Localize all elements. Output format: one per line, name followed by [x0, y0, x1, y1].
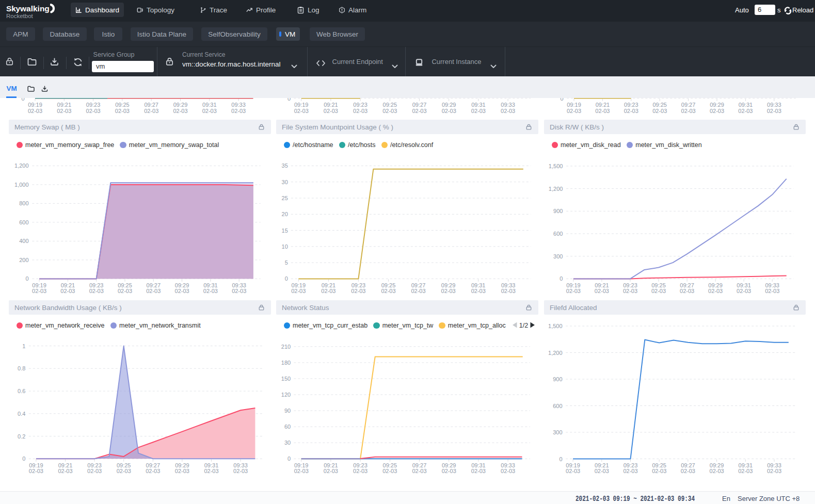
svg-text:09:21: 09:21: [322, 282, 336, 288]
svg-text:09:23: 09:23: [623, 282, 637, 288]
svg-text:02-03: 02-03: [471, 288, 486, 294]
svg-text:02-03: 02-03: [566, 468, 580, 474]
svg-text:02-03: 02-03: [623, 468, 637, 474]
svg-text:600: 600: [19, 219, 28, 225]
svg-text:1,500: 1,500: [549, 163, 563, 169]
svg-text:20: 20: [282, 211, 288, 217]
svg-text:02-03: 02-03: [412, 108, 426, 114]
svg-text:02-03: 02-03: [175, 288, 189, 294]
svg-text:09:31: 09:31: [739, 102, 753, 108]
svg-text:09:33: 09:33: [501, 282, 516, 288]
svg-text:09:25: 09:25: [115, 102, 130, 108]
svg-text:09:19: 09:19: [294, 102, 309, 108]
svg-text:09:33: 09:33: [232, 282, 246, 288]
svg-text:02-03: 02-03: [144, 108, 158, 114]
svg-text:1,200: 1,200: [14, 162, 29, 169]
svg-text:02-03: 02-03: [117, 468, 131, 474]
svg-text:02-03: 02-03: [146, 468, 160, 474]
svg-text:02-03: 02-03: [175, 468, 189, 474]
svg-text:09:23: 09:23: [624, 102, 638, 108]
svg-text:09:21: 09:21: [324, 102, 338, 108]
svg-text:02-03: 02-03: [651, 288, 666, 294]
svg-text:09:31: 09:31: [204, 462, 219, 468]
svg-text:02-03: 02-03: [681, 468, 695, 474]
svg-text:30: 30: [282, 179, 288, 185]
svg-text:02-03: 02-03: [233, 468, 248, 474]
svg-text:09:27: 09:27: [147, 282, 161, 288]
svg-text:02-03: 02-03: [232, 288, 246, 294]
svg-text:02-03: 02-03: [324, 468, 338, 474]
svg-text:09:29: 09:29: [441, 282, 456, 288]
svg-text:09:27: 09:27: [144, 102, 158, 108]
svg-text:02-03: 02-03: [623, 288, 637, 294]
svg-text:09:19: 09:19: [32, 282, 46, 288]
svg-text:02-03: 02-03: [321, 288, 335, 294]
svg-text:600: 600: [553, 403, 562, 409]
svg-text:09:27: 09:27: [412, 102, 427, 108]
svg-text:09:31: 09:31: [471, 102, 486, 108]
svg-text:02-03: 02-03: [382, 468, 397, 474]
svg-text:1,000: 1,000: [14, 182, 29, 188]
svg-text:02-03: 02-03: [294, 108, 309, 114]
svg-text:09:25: 09:25: [652, 462, 666, 468]
svg-text:09:25: 09:25: [651, 282, 666, 288]
svg-text:09:21: 09:21: [324, 462, 338, 468]
svg-text:09:33: 09:33: [765, 282, 779, 288]
svg-text:09:27: 09:27: [411, 282, 426, 288]
svg-text:09:23: 09:23: [353, 102, 367, 108]
svg-text:300: 300: [553, 429, 562, 435]
svg-text:09:19: 09:19: [566, 462, 580, 468]
svg-text:02-03: 02-03: [501, 108, 515, 114]
svg-text:02-03: 02-03: [89, 288, 104, 294]
svg-text:02-03: 02-03: [624, 108, 638, 114]
svg-text:02-03: 02-03: [708, 288, 723, 294]
svg-text:09:29: 09:29: [442, 462, 456, 468]
svg-text:10: 10: [282, 243, 288, 250]
svg-text:09:19: 09:19: [567, 102, 581, 108]
svg-text:0: 0: [285, 275, 288, 282]
svg-text:09:31: 09:31: [739, 462, 753, 468]
svg-text:900: 900: [553, 376, 562, 382]
svg-text:09:29: 09:29: [710, 462, 724, 468]
svg-text:09:31: 09:31: [471, 462, 486, 468]
svg-text:09:27: 09:27: [680, 282, 694, 288]
svg-text:09:23: 09:23: [624, 462, 638, 468]
svg-text:210: 210: [281, 344, 291, 350]
svg-text:02-03: 02-03: [202, 108, 217, 114]
svg-text:02-03: 02-03: [442, 468, 456, 474]
svg-text:02-03: 02-03: [58, 468, 72, 474]
svg-text:09:27: 09:27: [146, 462, 161, 468]
svg-text:150: 150: [281, 376, 291, 382]
svg-text:0.6: 0.6: [18, 388, 25, 394]
svg-text:02-03: 02-03: [566, 288, 581, 294]
svg-text:300: 300: [553, 253, 563, 259]
svg-text:02-03: 02-03: [737, 288, 751, 294]
svg-text:02-03: 02-03: [652, 108, 667, 114]
svg-text:02-03: 02-03: [382, 108, 397, 114]
svg-text:02-03: 02-03: [411, 288, 425, 294]
svg-text:02-03: 02-03: [595, 288, 609, 294]
svg-text:02-03: 02-03: [710, 108, 724, 114]
svg-text:09:29: 09:29: [175, 282, 189, 288]
svg-text:02-03: 02-03: [595, 108, 610, 114]
svg-text:09:33: 09:33: [233, 462, 248, 468]
svg-text:02-03: 02-03: [471, 108, 486, 114]
svg-text:09:23: 09:23: [353, 462, 367, 468]
svg-text:09:23: 09:23: [86, 102, 101, 108]
svg-text:02-03: 02-03: [173, 108, 187, 114]
svg-text:0: 0: [559, 456, 562, 462]
svg-text:60: 60: [284, 424, 291, 430]
svg-text:0: 0: [25, 275, 28, 282]
svg-text:0: 0: [287, 456, 291, 462]
svg-text:02-03: 02-03: [765, 288, 779, 294]
svg-text:09:29: 09:29: [442, 102, 456, 108]
svg-text:800: 800: [19, 200, 28, 206]
svg-text:09:19: 09:19: [294, 462, 309, 468]
svg-text:09:33: 09:33: [767, 462, 781, 468]
svg-text:02-03: 02-03: [32, 288, 46, 294]
svg-text:180: 180: [281, 360, 291, 366]
svg-text:09:21: 09:21: [61, 282, 75, 288]
svg-text:02-03: 02-03: [710, 468, 724, 474]
svg-text:600: 600: [553, 231, 563, 237]
svg-text:09:23: 09:23: [89, 282, 104, 288]
